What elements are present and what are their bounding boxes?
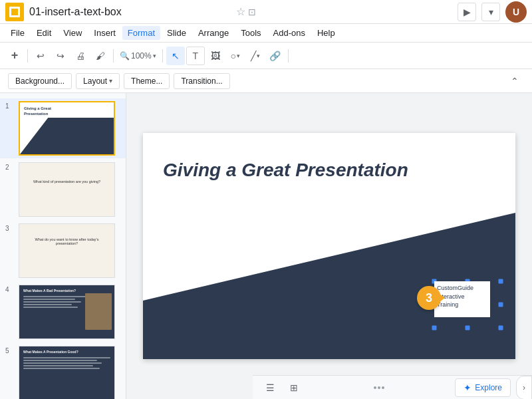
textbox-selected[interactable]: 3 CustomGuide Int bbox=[429, 276, 495, 323]
handle-bc[interactable] bbox=[466, 326, 470, 331]
menu-insert[interactable]: Insert bbox=[88, 26, 121, 40]
image-tool[interactable]: 🖼 bbox=[206, 47, 225, 65]
toolbar-separator-3 bbox=[162, 49, 163, 63]
slide-preview-5: What Makes A Presentation Good? bbox=[19, 346, 115, 399]
toolbar-separator-1 bbox=[27, 49, 28, 63]
menu-help[interactable]: Help bbox=[312, 26, 340, 40]
app-icon bbox=[5, 3, 24, 21]
line-tool[interactable]: ╱▾ bbox=[246, 47, 265, 65]
menu-bar: File Edit View Insert Format Slide Arran… bbox=[0, 24, 532, 43]
slide5-title-preview: What Makes A Presentation Good? bbox=[23, 350, 78, 354]
slide2-text-preview: What kind of presentation are you giving… bbox=[25, 180, 109, 184]
app-icon-inner bbox=[9, 7, 20, 17]
link-tool[interactable]: 🔗 bbox=[266, 47, 285, 65]
menu-edit[interactable]: Edit bbox=[31, 26, 57, 40]
redo-button[interactable]: ↪ bbox=[51, 47, 70, 65]
layout-label: Layout bbox=[83, 76, 107, 86]
slide-preview-3: What do you want to know after today's p… bbox=[19, 223, 115, 278]
toolbar-separator-4 bbox=[288, 49, 289, 63]
present-button[interactable]: ▶ bbox=[458, 3, 476, 21]
undo-button[interactable]: ↩ bbox=[31, 47, 50, 65]
sidebar-toggle-button[interactable]: › bbox=[516, 376, 532, 400]
dot-2 bbox=[378, 386, 380, 389]
zoom-value: 100% bbox=[131, 51, 152, 61]
slide-num-5: 5 bbox=[5, 346, 16, 354]
background-button[interactable]: Background... bbox=[8, 73, 72, 89]
paintformat-button[interactable]: 🖌 bbox=[91, 47, 110, 65]
slide5-lines bbox=[23, 357, 110, 370]
menu-view[interactable]: View bbox=[58, 26, 87, 40]
explore-button[interactable]: ✦ Explore bbox=[455, 378, 511, 397]
slide-num-1: 1 bbox=[5, 101, 16, 110]
bottom-bar: ☰ ⊞ ✦ Explore › bbox=[253, 375, 532, 399]
slide-num-3: 3 bbox=[5, 223, 16, 232]
slide-panel: 1 Giving a GreatPresentation 2 What kind… bbox=[0, 93, 126, 399]
theme-button[interactable]: Theme... bbox=[124, 73, 170, 89]
handle-mr[interactable] bbox=[499, 303, 503, 307]
menu-addons[interactable]: Add-ons bbox=[268, 26, 311, 40]
main-slide[interactable]: Giving a Great Presentation 3 bbox=[143, 133, 515, 359]
list-view-button[interactable]: ⊞ bbox=[285, 378, 303, 397]
collapse-toolbar-button[interactable]: ⌃ bbox=[505, 72, 524, 90]
main-layout: 1 Giving a GreatPresentation 2 What kind… bbox=[0, 93, 532, 399]
menu-format[interactable]: Format bbox=[122, 26, 160, 40]
presentation-toolbar: Background... Layout ▾ Theme... Transiti… bbox=[0, 69, 532, 93]
slide-preview-4: What Makes A Bad Presentation? bbox=[19, 285, 115, 339]
shape-tool[interactable]: ○▾ bbox=[226, 47, 245, 65]
explore-icon: ✦ bbox=[464, 382, 471, 393]
menu-file[interactable]: File bbox=[5, 26, 30, 40]
more-options-button[interactable]: ▾ bbox=[481, 3, 500, 21]
dot-1 bbox=[374, 386, 376, 389]
menu-slide[interactable]: Slide bbox=[162, 26, 192, 40]
select-tool[interactable]: ↖ bbox=[166, 47, 185, 65]
folder-icon[interactable]: ⊡ bbox=[248, 7, 256, 17]
doc-title: 01-insert-a-text-box bbox=[29, 6, 231, 18]
slide-preview-1: Giving a GreatPresentation bbox=[19, 101, 115, 156]
grid-view-button[interactable]: ☰ bbox=[261, 378, 279, 397]
slide-thumb-4[interactable]: 4 What Makes A Bad Presentation? bbox=[0, 282, 126, 342]
slide4-lines bbox=[23, 296, 88, 309]
print-button[interactable]: 🖨 bbox=[71, 47, 90, 65]
title-bar: 01-insert-a-text-box ☆ ⊡ ▶ ▾ U bbox=[0, 0, 532, 24]
slide-thumb-1[interactable]: 1 Giving a GreatPresentation bbox=[0, 98, 126, 158]
textbox-tool[interactable]: T bbox=[186, 47, 205, 65]
slide1-title-preview: Giving a GreatPresentation bbox=[24, 106, 51, 117]
transition-button[interactable]: Transition... bbox=[174, 73, 229, 89]
layout-chevron: ▾ bbox=[109, 77, 112, 84]
zoom-label: 🔍 bbox=[120, 51, 130, 61]
slide-main-title: Giving a Great Presentation bbox=[163, 160, 408, 181]
menu-arrange[interactable]: Arrange bbox=[193, 26, 234, 40]
avatar[interactable]: U bbox=[505, 1, 527, 23]
scroll-dots bbox=[374, 386, 384, 389]
slide-preview-2: What kind of presentation are you giving… bbox=[19, 162, 115, 217]
slide-thumb-5[interactable]: 5 What Makes A Presentation Good? bbox=[0, 343, 126, 399]
menu-tools[interactable]: Tools bbox=[235, 26, 266, 40]
star-icon[interactable]: ☆ bbox=[236, 5, 245, 18]
slide3-text-preview: What do you want to know after today's p… bbox=[25, 237, 109, 245]
slide-thumb-3[interactable]: 3 What do you want to know after today's… bbox=[0, 221, 126, 281]
slide-controls: ☰ ⊞ bbox=[261, 378, 303, 397]
slide-thumb-2[interactable]: 2 What kind of presentation are you givi… bbox=[0, 160, 126, 219]
slide4-title-preview: What Makes A Bad Presentation? bbox=[23, 289, 76, 293]
slide-num-4: 4 bbox=[5, 285, 16, 293]
add-button[interactable]: + bbox=[5, 47, 24, 65]
toolbar: + ↩ ↪ 🖨 🖌 🔍 100% ▾ ↖ T 🖼 ○▾ ╱▾ 🔗 bbox=[0, 43, 532, 69]
toolbar-separator-2 bbox=[113, 49, 114, 63]
slide4-image-preview bbox=[85, 293, 112, 330]
step-badge: 3 bbox=[417, 286, 441, 310]
canvas-area: Giving a Great Presentation 3 bbox=[126, 93, 532, 399]
title-actions: ▶ ▾ U bbox=[458, 1, 527, 23]
explore-label: Explore bbox=[475, 383, 502, 392]
layout-button[interactable]: Layout ▾ bbox=[76, 73, 120, 89]
slide-num-2: 2 bbox=[5, 162, 16, 171]
handle-br[interactable] bbox=[499, 326, 503, 331]
zoom-chevron: ▾ bbox=[153, 53, 156, 59]
handle-tr[interactable] bbox=[499, 279, 503, 284]
dot-3 bbox=[382, 386, 384, 389]
handle-bl[interactable] bbox=[432, 326, 437, 331]
zoom-control[interactable]: 🔍 100% ▾ bbox=[117, 47, 159, 65]
